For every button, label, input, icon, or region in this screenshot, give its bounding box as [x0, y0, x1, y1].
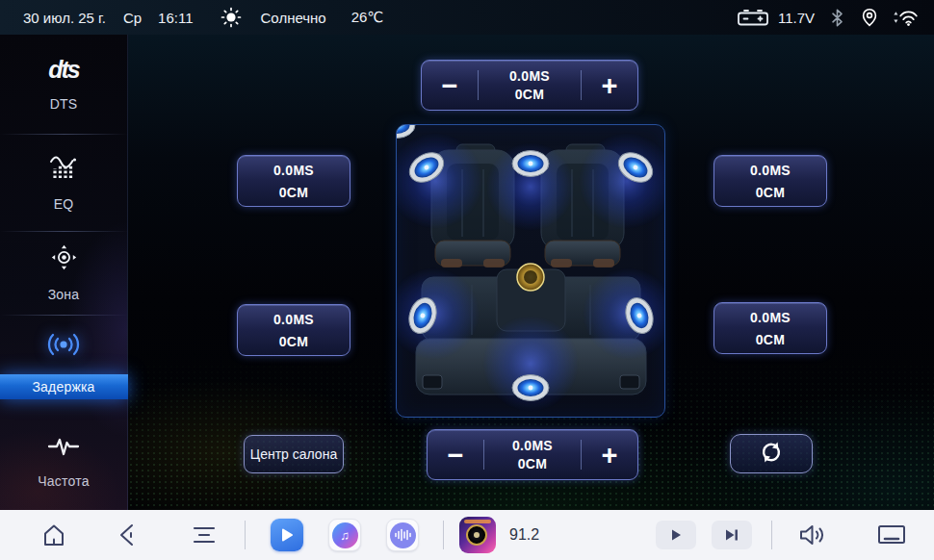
divider	[245, 521, 246, 549]
bottom-nav-bar: ♫ 91.2	[0, 510, 934, 560]
dts-logo: dts	[48, 56, 79, 84]
divider	[443, 521, 444, 549]
sidebar-item-eq[interactable]: EQ	[0, 135, 127, 231]
status-day: Ср	[123, 10, 142, 26]
status-time: 16:11	[158, 10, 193, 26]
menu-lines-button[interactable]	[191, 523, 218, 547]
reset-button[interactable]	[730, 434, 813, 473]
sidebar-item-label: Зона	[48, 287, 80, 302]
rear-left-delay-value[interactable]: 0.0MS 0CM	[237, 304, 350, 356]
rear-center-delay-stepper: − 0.0MS 0CM +	[427, 429, 638, 480]
sidebar: dts DTS EQ	[0, 35, 128, 510]
plus-button[interactable]: +	[582, 432, 637, 478]
sidebar-item-dts[interactable]: dts DTS	[0, 35, 127, 134]
sidebar-item-delay[interactable]: Задержка	[0, 316, 127, 415]
wifi-data-icon	[893, 8, 919, 27]
delay-ms: 0.0MS	[273, 163, 314, 178]
radio-handle	[464, 520, 491, 523]
delay-ms: 0.0MS	[750, 310, 791, 325]
cabin-center-label: Центр салона	[250, 446, 337, 462]
sidebar-item-label: DTS	[50, 96, 78, 112]
delay-ms: 0.0MS	[512, 438, 553, 453]
front-right-delay-value[interactable]: 0.0MS 0CM	[713, 155, 827, 207]
radio-frequency-label: 91.2	[509, 526, 539, 544]
head-unit-screen: 30 июл. 25 г. Ср 16:11 Солнечно 26℃ 11.7…	[0, 0, 934, 560]
cabin-center-button[interactable]: Центр салона	[244, 435, 344, 473]
sidebar-item-label: Частота	[38, 473, 89, 489]
waveform-icon	[390, 522, 416, 548]
sidebar-item-zone[interactable]: Зона	[0, 232, 127, 316]
eq-icon	[48, 153, 79, 184]
play-app-icon[interactable]	[271, 519, 303, 551]
frequency-wave-icon	[47, 436, 80, 461]
location-icon	[861, 8, 878, 27]
next-track-button[interactable]	[712, 521, 752, 549]
display-off-button[interactable]	[876, 523, 907, 547]
delay-ms: 0.0MS	[273, 312, 314, 327]
home-button[interactable]	[40, 522, 67, 548]
sidebar-item-label: EQ	[54, 196, 74, 212]
back-button[interactable]	[116, 522, 139, 547]
delay-cm: 0CM	[279, 185, 308, 200]
rear-center-delay-value: 0.0MS 0CM	[484, 438, 581, 471]
status-weather: Солнечно	[261, 10, 326, 26]
play-button[interactable]	[656, 521, 696, 549]
minus-button[interactable]: −	[422, 63, 478, 109]
sidebar-item-frequency[interactable]: Частота	[0, 415, 127, 510]
minus-button[interactable]: −	[428, 432, 483, 478]
refresh-icon	[759, 440, 784, 469]
delay-cm: 0CM	[279, 334, 308, 349]
sun-icon	[221, 7, 242, 28]
radio-app-icon[interactable]	[459, 517, 496, 553]
delay-ms: 0.0MS	[509, 68, 550, 84]
status-temperature: 26℃	[351, 9, 384, 26]
music-app-icon[interactable]: ♫	[328, 519, 361, 551]
status-voltage: 11.7V	[778, 10, 815, 26]
delay-signal-icon	[45, 331, 82, 362]
radio-speaker	[466, 524, 487, 546]
rear-right-delay-value[interactable]: 0.0MS 0CM	[713, 302, 827, 354]
voice-app-icon[interactable]	[386, 519, 419, 551]
sidebar-item-label: Задержка	[0, 374, 128, 399]
delay-cm: 0CM	[515, 87, 544, 102]
car-interior-speakers-illustration	[396, 124, 665, 418]
status-bar: 30 июл. 25 г. Ср 16:11 Солнечно 26℃ 11.7…	[0, 0, 934, 35]
front-center-delay-stepper: − 0.0MS 0CM +	[421, 60, 638, 111]
zone-icon	[51, 244, 77, 274]
car-battery-icon	[736, 8, 770, 27]
delay-ms: 0.0MS	[750, 163, 791, 178]
divider	[771, 521, 772, 549]
volume-button[interactable]	[797, 522, 826, 547]
music-note-icon: ♫	[332, 522, 358, 548]
delay-cm: 0CM	[756, 185, 785, 200]
status-date: 30 июл. 25 г.	[23, 10, 106, 26]
bluetooth-icon	[831, 9, 843, 27]
front-left-delay-value[interactable]: 0.0MS 0CM	[237, 155, 350, 207]
delay-cm: 0CM	[756, 332, 785, 347]
plus-button[interactable]: +	[582, 63, 637, 109]
delay-cm: 0CM	[518, 456, 547, 471]
front-center-delay-value: 0.0MS 0CM	[479, 68, 581, 102]
